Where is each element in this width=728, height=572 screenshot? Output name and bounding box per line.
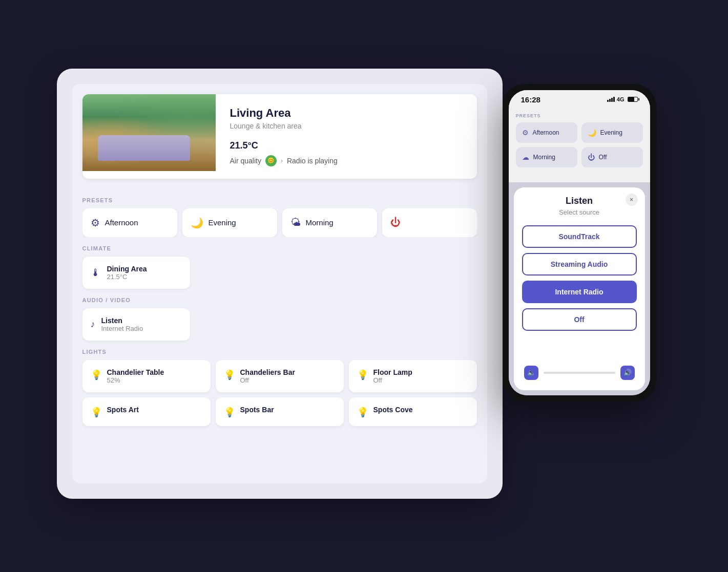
light-spots-art[interactable]: 💡 Spots Art	[82, 397, 211, 426]
phone-preset-evening[interactable]: 🌙 Evening	[581, 122, 643, 143]
lights-label: LIGHTS	[82, 349, 477, 355]
chandeliers-bar-icon: 💡	[224, 369, 235, 380]
audio-label: AUDIO / VIDEO	[82, 297, 477, 303]
modal-close-button[interactable]: ×	[626, 194, 638, 206]
afternoon-icon: ⚙	[91, 217, 100, 229]
evening-label: Evening	[209, 218, 236, 227]
network-label: 4G	[617, 96, 625, 102]
light-chandelier-table[interactable]: 💡 Chandelier Table 52%	[82, 360, 211, 392]
source-streaming-audio[interactable]: Streaming Audio	[522, 253, 637, 276]
tablet-screen: Living Area Lounge & kitchen area 21.5°C…	[72, 84, 487, 483]
chandeliers-bar-name: Chandeliers Bar	[240, 368, 295, 376]
volume-down-icon[interactable]: 🔈	[524, 366, 538, 380]
audio-sub: Internet Radio	[101, 325, 143, 332]
spots-art-name: Spots Art	[107, 406, 139, 414]
phone-device: 16:28 4G PRESETS	[503, 84, 656, 401]
light-spots-art-info: Spots Art	[107, 406, 139, 414]
phone-afternoon-label: Afternoon	[533, 129, 559, 136]
climate-info: Dining Area 21.5°C	[107, 265, 147, 281]
floor-lamp-icon: 💡	[357, 369, 368, 380]
lights-row: 💡 Chandelier Table 52% 💡 Chandeliers Bar…	[82, 360, 477, 392]
hero-status: Air quality 😊 › Radio is playing	[230, 155, 463, 166]
preset-off[interactable]: ⏻	[382, 208, 477, 237]
chandelier-table-icon: 💡	[91, 369, 102, 380]
hero-image	[82, 94, 216, 171]
phone-evening-label: Evening	[600, 129, 622, 136]
phone-off-label: Off	[599, 154, 607, 161]
hero-image-inner	[82, 94, 216, 171]
morning-icon: 🌤	[290, 217, 301, 228]
scene-wrapper: Living Area Lounge & kitchen area 21.5°C…	[57, 43, 672, 529]
modal-title: Listen	[522, 196, 637, 206]
preset-afternoon[interactable]: ⚙ Afternoon	[82, 208, 177, 237]
light-spots-cove[interactable]: 💡 Spots Cove	[349, 397, 477, 426]
phone-presets-grid: ⚙ Afternoon 🌙 Evening ☁ Morning ⏻ Off	[516, 122, 643, 167]
chandelier-table-value: 52%	[107, 376, 164, 384]
chandelier-table-name: Chandelier Table	[107, 368, 164, 376]
volume-up-icon[interactable]: 🔊	[620, 366, 635, 380]
source-soundtrack[interactable]: SoundTrack	[522, 225, 637, 248]
afternoon-label: Afternoon	[105, 218, 138, 227]
climate-card[interactable]: 🌡 Dining Area 21.5°C	[82, 257, 190, 289]
light-spots-cove-info: Spots Cove	[373, 406, 413, 414]
battery-fill	[628, 97, 635, 101]
phone-content: PRESETS ⚙ Afternoon 🌙 Evening ☁ Morning	[509, 107, 650, 387]
modal-subtitle: Select source	[522, 208, 637, 216]
volume-slider[interactable]	[544, 372, 615, 374]
light-chandeliers-bar[interactable]: 💡 Chandeliers Bar Off	[216, 360, 344, 392]
volume-slider-fill	[544, 372, 565, 374]
source-off[interactable]: Off	[522, 308, 637, 331]
off-icon: ⏻	[390, 217, 401, 228]
hero-temperature: 21.5°C	[230, 140, 463, 151]
phone-off-icon: ⏻	[588, 153, 595, 161]
phone-preset-afternoon[interactable]: ⚙ Afternoon	[516, 122, 577, 143]
floor-lamp-name: Floor Lamp	[373, 368, 412, 376]
air-quality-label: Air quality	[230, 157, 261, 165]
source-internet-radio[interactable]: Internet Radio	[522, 281, 637, 303]
signal-bar-2	[609, 99, 611, 102]
battery-icon	[628, 97, 638, 102]
hero-info: Living Area Lounge & kitchen area 21.5°C…	[216, 94, 477, 179]
radio-status: Radio is playing	[287, 157, 338, 165]
spots-bar-name: Spots Bar	[240, 406, 274, 414]
signal-bar-1	[607, 100, 609, 102]
climate-name: Dining Area	[107, 265, 147, 273]
spots-art-icon: 💡	[91, 407, 102, 418]
phone-status-bar: 16:28 4G	[509, 90, 650, 107]
air-quality-chevron[interactable]: ›	[281, 157, 283, 164]
hero-title: Living Area	[230, 107, 463, 120]
climate-label: CLIMATE	[82, 245, 477, 251]
floor-lamp-value: Off	[373, 376, 412, 384]
light-spots-bar[interactable]: 💡 Spots Bar	[216, 397, 344, 426]
preset-evening[interactable]: 🌙 Evening	[182, 208, 277, 237]
phone-morning-label: Morning	[533, 154, 555, 161]
light-chandeliers-bar-info: Chandeliers Bar Off	[240, 368, 295, 384]
signal-bars	[607, 97, 615, 102]
light-chandelier-table-info: Chandelier Table 52%	[107, 368, 164, 384]
phone-preset-off[interactable]: ⏻ Off	[581, 147, 643, 167]
climate-icon: 🌡	[91, 267, 101, 279]
light-spots-bar-info: Spots Bar	[240, 406, 274, 414]
hero-subtitle: Lounge & kitchen area	[230, 122, 463, 130]
phone-signals: 4G	[607, 96, 638, 102]
preset-morning[interactable]: 🌤 Morning	[282, 208, 377, 237]
phone-modal: × Listen Select source SoundTrack Stream…	[514, 187, 645, 387]
morning-label: Morning	[306, 218, 334, 227]
chandeliers-bar-value: Off	[240, 376, 295, 384]
hero-card: Living Area Lounge & kitchen area 21.5°C…	[82, 94, 477, 179]
phone-modal-overlay: × Listen Select source SoundTrack Stream…	[509, 182, 650, 387]
signal-bar-4	[613, 97, 615, 102]
audio-name: Listen	[101, 316, 143, 325]
light-floor-lamp[interactable]: 💡 Floor Lamp Off	[349, 360, 477, 392]
evening-icon: 🌙	[191, 217, 203, 229]
phone-preset-morning[interactable]: ☁ Morning	[516, 147, 577, 167]
phone-afternoon-icon: ⚙	[522, 129, 529, 137]
phone-evening-icon: 🌙	[588, 129, 596, 137]
audio-icon: ♪	[91, 319, 95, 330]
air-quality-badge: 😊	[265, 155, 277, 166]
spots-bar-icon: 💡	[224, 407, 235, 418]
tablet-content: PRESETS ⚙ Afternoon 🌙 Evening 🌤 Morning	[72, 189, 487, 483]
volume-bar-container: 🔈 🔊	[522, 361, 637, 382]
audio-card[interactable]: ♪ Listen Internet Radio	[82, 308, 190, 341]
phone-screen: 16:28 4G PRESETS	[509, 90, 650, 395]
